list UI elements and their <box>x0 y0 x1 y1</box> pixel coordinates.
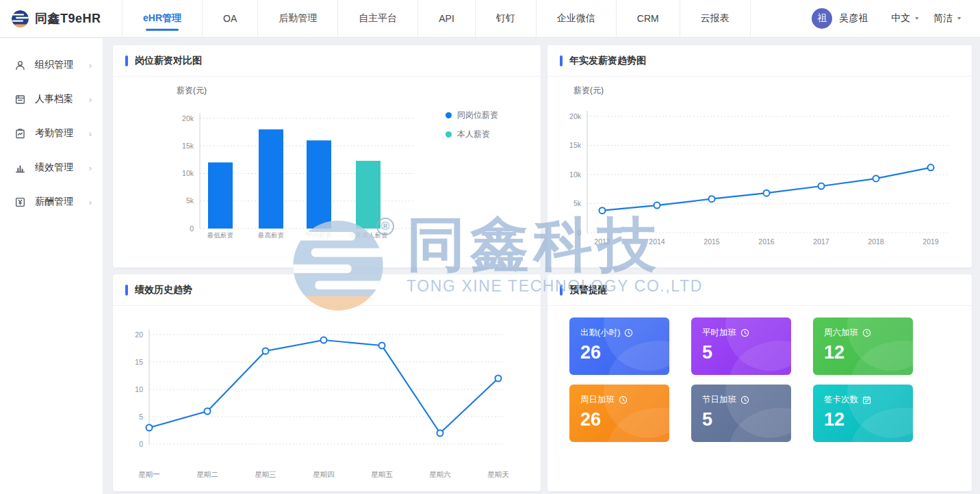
tab-api[interactable]: API <box>418 0 476 37</box>
svg-text:0: 0 <box>139 440 143 448</box>
card-punch-count[interactable]: 签卡次数 12 <box>813 385 913 442</box>
card-saturday-overtime[interactable]: 周六加班 12 <box>813 317 913 375</box>
chart-legend: 同岗位薪资 本人薪资 <box>446 109 498 140</box>
svg-text:最高薪资: 最高薪资 <box>257 231 284 239</box>
top-navbar: 同鑫T9eHR eHR管理 OA 后勤管理 自主平台 API 钉钉 企业微信 C… <box>0 0 980 38</box>
svg-text:2016: 2016 <box>758 237 775 246</box>
language-select[interactable]: 中文 ▼ <box>891 12 920 25</box>
avatar[interactable]: 祖 <box>812 8 832 29</box>
tab-dingtalk[interactable]: 钉钉 <box>476 0 537 37</box>
chevron-right-icon: › <box>89 129 92 139</box>
sidebar-item-label: 人事档案 <box>35 93 89 105</box>
card-value: 26 <box>580 342 660 363</box>
legend-label: 本人薪资 <box>457 129 490 140</box>
card-value: 12 <box>824 342 903 363</box>
app-title: 同鑫T9eHR <box>35 10 101 27</box>
user-icon <box>14 60 26 71</box>
salary-compare-bar-chart: 05k10k15k20k薪资(元)最低薪资最高薪资平均薪资当月本人薪资 <box>113 77 541 260</box>
accent-bar <box>560 55 563 66</box>
legend-label: 同岗位薪资 <box>457 109 498 121</box>
svg-text:2013: 2013 <box>594 237 610 246</box>
panel-performance-trend: 绩效历史趋势 05101520星期一星期二星期三星期四星期五星期六星期天 <box>113 274 541 491</box>
svg-text:2014: 2014 <box>649 237 665 246</box>
tab-crm[interactable]: CRM <box>617 0 680 37</box>
sidebar-item-personnel-files[interactable]: 人事档案 › <box>0 82 103 116</box>
card-label: 出勤(小时) <box>580 327 620 339</box>
tab-oa[interactable]: OA <box>203 0 258 37</box>
accent-bar <box>125 285 128 296</box>
theme-select[interactable]: 简洁 ▼ <box>933 12 962 25</box>
bar-chart-icon <box>14 162 26 174</box>
app-logo[interactable]: 同鑫T9eHR <box>0 10 122 28</box>
card-label: 周六加班 <box>824 327 858 339</box>
performance-line-chart: 05101520星期一星期二星期三星期四星期五星期六星期天 <box>113 306 541 485</box>
panel-header: 岗位薪资对比图 <box>113 45 541 77</box>
svg-text:星期三: 星期三 <box>255 470 276 478</box>
clock-icon <box>740 395 749 404</box>
svg-text:0: 0 <box>577 229 581 237</box>
dashboard: 岗位薪资对比图 05k10k15k20k薪资(元)最低薪资最高薪资平均薪资当月本… <box>103 38 980 494</box>
tab-wecom[interactable]: 企业微信 <box>537 0 617 37</box>
panel-header: 预警提醒 <box>547 274 972 306</box>
sidebar-item-label: 绩效管理 <box>35 161 89 174</box>
app-logo-icon <box>11 10 29 28</box>
card-attendance-hours[interactable]: 出勤(小时) 26 <box>569 317 669 375</box>
svg-text:星期二: 星期二 <box>196 470 218 478</box>
card-label: 平时加班 <box>702 327 736 339</box>
sidebar-item-performance[interactable]: 绩效管理 › <box>0 151 103 185</box>
svg-text:星期四: 星期四 <box>313 470 335 478</box>
legend-dot <box>446 131 452 138</box>
panel-title: 预警提醒 <box>569 284 608 296</box>
svg-text:10k: 10k <box>569 170 582 179</box>
chevron-right-icon: › <box>89 94 92 105</box>
sidebar-item-attendance[interactable]: 考勤管理 › <box>0 116 103 151</box>
svg-text:5k: 5k <box>186 196 194 205</box>
panel-title: 绩效历史趋势 <box>135 284 192 296</box>
tab-self-platform[interactable]: 自主平台 <box>338 0 418 37</box>
legend-dot <box>446 112 452 118</box>
chevron-down-icon: ▼ <box>956 16 962 21</box>
svg-text:最低薪资: 最低薪资 <box>207 231 233 239</box>
svg-text:星期六: 星期六 <box>429 470 451 478</box>
clock-icon <box>619 395 628 404</box>
card-value: 26 <box>580 409 660 430</box>
card-holiday-overtime[interactable]: 节日加班 5 <box>691 385 791 442</box>
yuan-icon <box>14 196 26 208</box>
svg-text:0: 0 <box>190 224 194 233</box>
sidebar-item-label: 考勤管理 <box>35 127 89 140</box>
user-name[interactable]: 吴彦祖 <box>839 12 868 25</box>
archive-icon <box>14 94 26 105</box>
svg-text:薪资(元): 薪资(元) <box>573 86 604 95</box>
panel-body: 05k10k15k20k薪资(元)20132014201520162017201… <box>547 77 972 260</box>
calendar-check-icon <box>862 395 871 404</box>
tab-ehr[interactable]: eHR管理 <box>122 0 203 37</box>
panel-alerts: 预警提醒 出勤(小时) 26 平时加班 5 周六加班 <box>547 274 972 491</box>
chevron-right-icon: › <box>89 60 92 70</box>
legend-item-own-salary[interactable]: 本人薪资 <box>446 129 498 140</box>
panel-body: 05k10k15k20k薪资(元)最低薪资最高薪资平均薪资当月本人薪资 同岗位薪… <box>113 77 541 260</box>
svg-text:2015: 2015 <box>704 237 720 246</box>
svg-text:当月本人薪资: 当月本人薪资 <box>349 231 388 239</box>
clock-icon <box>740 328 749 337</box>
tab-logistics[interactable]: 后勤管理 <box>258 0 338 37</box>
svg-text:15k: 15k <box>569 141 582 149</box>
clipboard-icon <box>14 128 26 140</box>
card-sunday-overtime[interactable]: 周日加班 26 <box>569 385 669 442</box>
svg-text:星期天: 星期天 <box>487 470 509 478</box>
accent-bar <box>560 285 563 296</box>
alert-cards: 出勤(小时) 26 平时加班 5 周六加班 12 <box>547 306 972 452</box>
svg-text:10: 10 <box>135 385 143 393</box>
panel-title: 年实发薪资趋势图 <box>569 55 646 67</box>
tab-cloud-report[interactable]: 云报表 <box>680 0 751 37</box>
sidebar-item-salary[interactable]: 薪酬管理 › <box>0 185 103 219</box>
card-weekday-overtime[interactable]: 平时加班 5 <box>691 317 791 375</box>
clock-icon <box>862 328 871 337</box>
svg-text:薪资(元): 薪资(元) <box>177 86 207 95</box>
clock-icon <box>624 328 633 337</box>
legend-item-same-position[interactable]: 同岗位薪资 <box>446 109 498 121</box>
sidebar-item-organization[interactable]: 组织管理 › <box>0 48 103 82</box>
panel-salary-trend: 年实发薪资趋势图 05k10k15k20k薪资(元)20132014201520… <box>547 45 972 268</box>
card-label: 签卡次数 <box>824 394 858 406</box>
panel-body: 05101520星期一星期二星期三星期四星期五星期六星期天 <box>113 306 541 485</box>
svg-text:5k: 5k <box>573 199 582 207</box>
